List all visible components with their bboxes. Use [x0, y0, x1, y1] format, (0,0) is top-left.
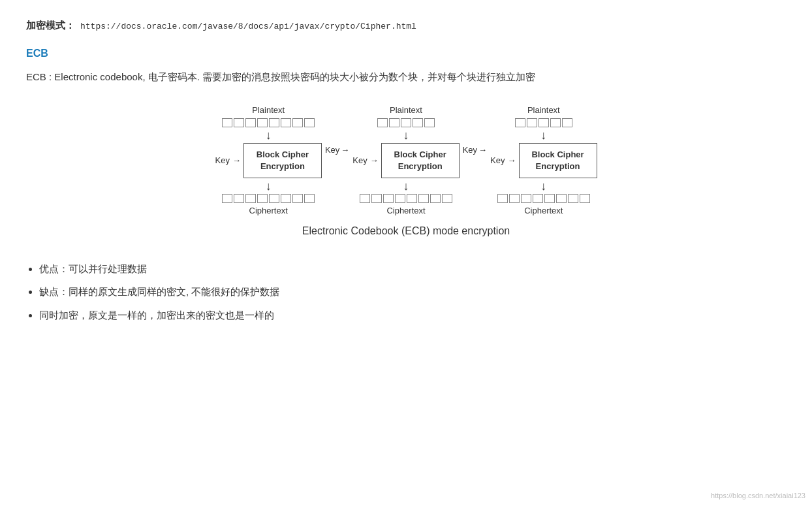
grid-cell [413, 118, 423, 127]
key-label-2: Key → [352, 155, 378, 165]
box-with-key-1: Key → Block CipherEncryption [215, 143, 321, 178]
grid-cell [544, 194, 555, 203]
grid-cell [281, 118, 291, 127]
grid-cell [292, 118, 303, 127]
grid-cell [562, 118, 572, 127]
grid-cell [550, 118, 561, 127]
grid-cell [401, 118, 411, 127]
grid-cell [222, 194, 232, 203]
plaintext-label-2: Plaintext [390, 105, 422, 115]
grid-cell [568, 194, 578, 203]
arrow-down-1: ↓ [266, 129, 272, 141]
ciphertext-grid-2 [360, 194, 452, 203]
grid-cell [245, 118, 256, 127]
grid-cell [371, 194, 382, 203]
diagram-caption: Electronic Codebook (ECB) mode encryptio… [302, 225, 510, 237]
key-label-1: Key → [215, 155, 240, 165]
grid-cell [269, 194, 279, 203]
grid-cell [383, 194, 394, 203]
ecb-group-1: Plaintext ↓ Key → Block CipherEncryption… [215, 105, 321, 219]
header-url: https://docs.oracle.com/javase/8/docs/ap… [80, 22, 416, 31]
header-section: 加密模式： https://docs.oracle.com/javase/8/d… [26, 20, 786, 32]
plaintext-label-3: Plaintext [527, 105, 560, 115]
grid-cell [533, 194, 543, 203]
encrypt-box-2: Block CipherEncryption [381, 143, 460, 178]
arrow-down-cipher-2: ↓ [403, 180, 409, 192]
grid-cell [281, 194, 291, 203]
grid-cell [580, 194, 590, 203]
arrow-down-2: ↓ [403, 129, 409, 141]
ciphertext-label-1: Ciphertext [249, 206, 288, 215]
grid-cell [497, 194, 508, 203]
plaintext-grid-3 [515, 118, 572, 127]
grid-cell [442, 194, 452, 203]
plaintext-grid-2 [377, 118, 435, 127]
grid-cell [395, 194, 405, 203]
ecb-group-2: Plaintext ↓ Key → Block CipherEncryption… [352, 105, 459, 219]
grid-cell [360, 194, 370, 203]
grid-cell [521, 194, 531, 203]
grid-cell [430, 194, 441, 203]
ecb-title: ECB [26, 48, 786, 59]
group-separator-1: Key → [325, 145, 349, 178]
grid-cell [257, 194, 268, 203]
encrypt-box-1: Block CipherEncryption [243, 143, 322, 178]
arrow-down-cipher-1: ↓ [266, 180, 272, 192]
header-label: 加密模式： [26, 20, 75, 32]
grid-cell [377, 118, 388, 127]
grid-cell [304, 118, 315, 127]
watermark: https://blog.csdn.net/xiaiai123 [711, 492, 805, 499]
grid-cell [515, 118, 525, 127]
arrow-down-3: ↓ [540, 129, 546, 141]
grid-cell [234, 194, 244, 203]
arrow-down-cipher-3: ↓ [540, 180, 546, 192]
bullet-item-3: 同时加密，原文是一样的，加密出来的密文也是一样的 [39, 307, 786, 324]
group-separator-2: Key → [463, 145, 487, 178]
bullet-item-1: 优点：可以并行处理数据 [39, 261, 786, 277]
box-with-key-2: Key → Block CipherEncryption [352, 143, 459, 178]
grid-cell [527, 118, 537, 127]
encrypt-box-3: Block CipherEncryption [519, 143, 597, 178]
grid-cell [234, 118, 244, 127]
grid-cell [304, 194, 315, 203]
grid-cell [556, 194, 567, 203]
ecb-diagram: Plaintext ↓ Key → Block CipherEncryption… [26, 105, 786, 254]
ciphertext-label-3: Ciphertext [524, 206, 563, 215]
plaintext-label-1: Plaintext [252, 105, 285, 115]
key-label-3: Key → [490, 155, 516, 165]
bullets-list: 优点：可以并行处理数据 缺点：同样的原文生成同样的密文, 不能很好的保护数据 同… [39, 261, 786, 324]
grid-cell [424, 118, 435, 127]
grid-cell [269, 118, 279, 127]
ciphertext-grid-1 [222, 194, 315, 203]
grid-cell [407, 194, 417, 203]
grid-cell [418, 194, 429, 203]
grid-cell [389, 118, 399, 127]
grid-cell [245, 194, 256, 203]
grid-cell [292, 194, 303, 203]
grid-cell [222, 118, 232, 127]
bullet-item-2: 缺点：同样的原文生成同样的密文, 不能很好的保护数据 [39, 283, 786, 300]
grid-cell [539, 118, 549, 127]
ecb-description: ECB : Electronic codebook, 电子密码本. 需要加密的消… [26, 69, 786, 86]
diagram-groups: Plaintext ↓ Key → Block CipherEncryption… [215, 105, 597, 219]
ecb-group-3: Plaintext ↓ Key → Block CipherEncryption… [490, 105, 597, 219]
ciphertext-grid-3 [497, 194, 590, 203]
grid-cell [257, 118, 268, 127]
grid-cell [509, 194, 520, 203]
ciphertext-label-2: Ciphertext [386, 206, 425, 215]
box-with-key-3: Key → Block CipherEncryption [490, 143, 597, 178]
plaintext-grid-1 [222, 118, 315, 127]
